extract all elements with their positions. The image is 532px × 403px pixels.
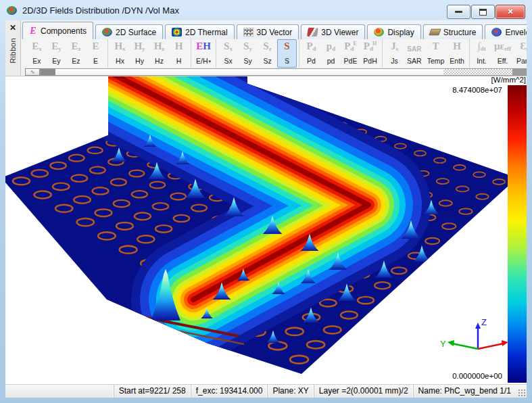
status-bar: Start at=9221/ 258f_exc: 193414.000Plane…: [5, 384, 527, 398]
colorbar-min-label: 0.000000e+00: [381, 372, 502, 380]
ribbon-scroll-thumb[interactable]: [55, 69, 443, 75]
ribbon-group: HxHxHyHyHzHzHH: [108, 39, 191, 68]
ribbon-label-sy: Sy: [241, 57, 255, 66]
ribbon-label-eff: Eff.: [494, 57, 511, 66]
ribbon-button-sy[interactable]: SySy: [238, 39, 258, 68]
title-bar[interactable]: 2D/3D Fields Distribution /DYN /Vol Max …: [0, 0, 532, 20]
ribbon-close-button[interactable]: ✕: [9, 20, 16, 34]
ribbon-button-ey[interactable]: EyEy: [47, 39, 66, 68]
ribbon-toolbar: ExExEyEyEzEzEEHxHxHyHyHzHzHHEHE/H▾SxSxSy…: [21, 39, 527, 68]
ribbon-button-eff[interactable]: µεeffEff.: [491, 39, 514, 68]
ribbon-group: EHE/H▾: [191, 39, 216, 68]
y-axis-label: Y: [440, 339, 446, 349]
tab-3d-vector[interactable]: 3D Vector: [237, 24, 299, 39]
close-button[interactable]: ✕: [495, 5, 525, 19]
ribbon-label-pdh: PdH: [363, 57, 377, 66]
ribbon-group: ∫dtInt.µεeffEff.ƐxPar.▾: [470, 39, 527, 68]
ribbon-group: PdPdpdpdPdEPdEPdHPdH: [299, 39, 383, 68]
status-field-0: Start at=9221/ 258: [114, 385, 191, 398]
ribbon-label-ez: Ez: [69, 57, 83, 66]
ribbon-button-e-h[interactable]: EHE/H▾: [193, 39, 214, 68]
plot-area[interactable]: [W/mm^2] 8.474008e+07 0.000000e+00 Z X Y: [5, 76, 527, 384]
colorbar-max-label: 8.474008e+07: [381, 86, 502, 94]
tab-label: 3D Viewer: [321, 28, 358, 37]
minimize-button[interactable]: [447, 5, 470, 19]
ribbon-button-sar[interactable]: SARSAR: [404, 39, 425, 68]
colorbar: [508, 85, 527, 383]
z-axis-arrowhead: [475, 323, 481, 329]
window-content: ✕ Ribbon EComponents2D Surface2D Thermal…: [5, 20, 527, 398]
ribbon-button-s[interactable]: SS: [277, 39, 297, 68]
ribbon-label-e-h: E/H▾: [196, 57, 211, 66]
ribbon-scroll-button[interactable]: ∿: [25, 68, 40, 76]
window-title: 2D/3D Fields Distribution /DYN /Vol Max: [22, 5, 179, 16]
ribbon-glyph-js: Js: [387, 41, 402, 57]
maximize-button[interactable]: [471, 5, 495, 19]
close-icon: ✕: [507, 8, 513, 16]
ribbon-button-par[interactable]: ƐxPar.▾: [514, 39, 527, 68]
ribbon-glyph-sx: Sx: [221, 41, 235, 57]
ribbon-label-hy: Hy: [132, 57, 147, 66]
ribbon-glyph-par: Ɛx: [516, 41, 527, 57]
status-field-4: Name: PhC_wg_bend 1/1: [413, 385, 516, 398]
ribbon-button-int[interactable]: ∫dtInt.: [472, 39, 491, 68]
ribbon-glyph-ey: Ey: [49, 41, 64, 57]
ribbon-glyph-pde: PdE: [343, 41, 358, 57]
ribbon-glyph-sar: SAR: [407, 41, 422, 57]
ribbon-glyph-pdh: PdH: [363, 41, 377, 57]
tab-label: 3D Vector: [257, 28, 293, 37]
ribbon-glyph-int: ∫dt: [475, 41, 489, 57]
tab-3d-viewer[interactable]: 3D Viewer: [301, 24, 365, 39]
tab-display[interactable]: Display: [367, 24, 420, 39]
ribbon-button-sx[interactable]: SxSx: [218, 39, 238, 68]
tab-2d-surface[interactable]: 2D Surface: [95, 24, 163, 39]
ribbon-label-enth: Enth: [450, 57, 464, 66]
ribbon-label-e: E: [89, 57, 103, 66]
tab-components[interactable]: EComponents: [22, 22, 93, 39]
ribbon-scrollbar[interactable]: ∿: [21, 68, 527, 76]
tab-label: Components: [41, 26, 87, 36]
ribbon-button-pd[interactable]: pdpd: [321, 39, 341, 68]
y-axis-arrowhead: [448, 340, 454, 346]
colorbar-unit-label: [W/mm^2]: [404, 76, 526, 84]
ribbon-button-h[interactable]: HH: [169, 39, 189, 68]
ribbon-tab-bar: EComponents2D Surface2D Thermal3D Vector…: [21, 20, 527, 39]
ribbon-label-temp: Temp: [427, 57, 445, 66]
ribbon-glyph-hy: Hy: [132, 41, 147, 57]
tab-2d-thermal[interactable]: 2D Thermal: [165, 24, 234, 39]
ribbon-button-pde[interactable]: PdEPdE: [341, 39, 360, 68]
ribbon-button-temp[interactable]: TTemp: [425, 39, 448, 68]
ribbon-glyph-sz: Sz: [260, 41, 274, 57]
status-field-1: f_exc: 193414.000: [191, 385, 268, 398]
ribbon-button-pd[interactable]: PdPd: [301, 39, 321, 68]
ribbon-glyph-pd: Pd: [304, 41, 318, 57]
vector-dots-icon: [243, 28, 253, 37]
ribbon-group: JsJsSARSARTTempHEnth: [383, 39, 470, 68]
ribbon-strip-label: Ribbon: [9, 38, 17, 64]
status-field-3: Layer =2(0.00001 mm)/2: [314, 385, 413, 398]
ribbon-button-hz[interactable]: HzHz: [149, 39, 169, 68]
ribbon-button-hy[interactable]: HyHy: [130, 39, 149, 68]
ribbon-glyph-sy: Sy: [241, 41, 255, 57]
ribbon-label-sar: SAR: [407, 57, 422, 66]
ribbon-button-ez[interactable]: EzEz: [66, 39, 86, 68]
ribbon-label-js: Js: [387, 57, 402, 66]
ribbon-button-ex[interactable]: ExEx: [27, 39, 47, 68]
minimize-icon: [455, 11, 462, 13]
ribbon-label-sz: Sz: [260, 57, 274, 66]
ribbon-button-hx[interactable]: HxHx: [110, 39, 130, 68]
display-sphere-icon: [374, 28, 384, 37]
ribbon-glyph-eff: µεeff: [494, 41, 511, 57]
ribbon-button-enth[interactable]: HEnth: [447, 39, 467, 68]
ribbon-label-hz: Hz: [152, 57, 166, 66]
ribbon-label-pd: pd: [324, 57, 338, 66]
tab-structure[interactable]: Structure: [423, 24, 483, 39]
tab-envelope[interactable]: Envelope: [485, 24, 527, 39]
ribbon-glyph-e: E: [89, 41, 103, 57]
ribbon-button-sz[interactable]: SzSz: [258, 39, 277, 68]
ribbon-button-pdh[interactable]: PdHPdH: [360, 39, 380, 68]
ribbon-button-e[interactable]: EE: [86, 39, 105, 68]
ribbon-scroll-track[interactable]: [40, 68, 527, 76]
ribbon-button-js[interactable]: JsJs: [385, 39, 404, 68]
resize-grip[interactable]: [517, 388, 527, 398]
